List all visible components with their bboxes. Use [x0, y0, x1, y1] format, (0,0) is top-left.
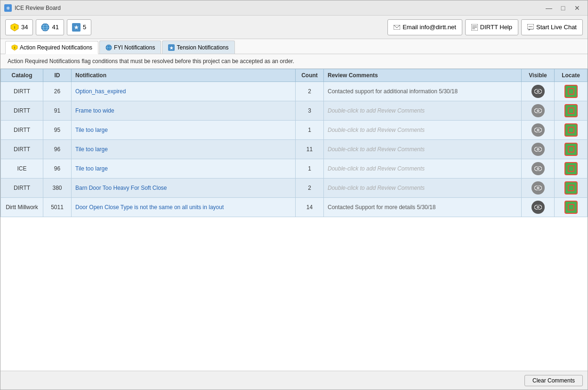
svg-point-30	[537, 91, 538, 92]
cell-comment[interactable]: Contacted support for additional informa…	[324, 82, 522, 101]
visibility-toggle[interactable]	[532, 162, 545, 175]
help-button[interactable]: DIRTT Help	[465, 19, 518, 35]
cell-notification[interactable]: Tile too large	[72, 121, 296, 140]
cell-visible[interactable]	[522, 140, 555, 159]
svg-point-20	[532, 26, 532, 27]
notification-link[interactable]: Tile too large	[75, 165, 108, 172]
content-area: Action Required Notifications flag condi…	[0, 54, 588, 371]
cell-notification[interactable]: Option_has_expired	[72, 82, 296, 101]
email-button[interactable]: Email info@dirtt.net	[387, 19, 462, 35]
cell-visible[interactable]	[522, 121, 555, 140]
review-comment-text: Contacted support for additional informa…	[328, 88, 458, 95]
cell-locate[interactable]	[555, 198, 588, 217]
table-header-row: Catalog ID Notification Count Review Com…	[1, 69, 588, 82]
close-button[interactable]: ✕	[571, 3, 584, 13]
action-required-badge-button[interactable]: ! 34	[5, 19, 33, 35]
cell-visible[interactable]	[522, 179, 555, 198]
eye-icon	[534, 205, 542, 210]
review-comment-placeholder: Double-click to add Review Comments	[328, 185, 425, 191]
cell-comment[interactable]: Contacted Support for more details 5/30/…	[324, 198, 522, 217]
eye-icon	[534, 166, 542, 171]
table-row: Dirtt Millwork5011Door Open Close Type i…	[1, 198, 588, 217]
cell-locate[interactable]	[555, 101, 588, 121]
cell-id: 95	[43, 121, 72, 140]
svg-text:❄: ❄	[6, 6, 10, 11]
notification-link[interactable]: Door Open Close Type is not the same on …	[75, 204, 224, 211]
cell-catalog: DIRTT	[1, 101, 43, 121]
maximize-button[interactable]: □	[556, 3, 570, 13]
svg-point-33	[537, 110, 538, 111]
cell-count: 2	[296, 179, 324, 198]
locate-button[interactable]	[564, 104, 578, 117]
notification-link[interactable]: Barn Door Too Heavy For Soft Close	[75, 185, 167, 191]
tab-action-required[interactable]: ! Action Required Notifications	[5, 41, 98, 54]
tension-badge-button[interactable]: ★ 5	[67, 19, 91, 35]
cell-locate[interactable]	[555, 140, 588, 159]
locate-button[interactable]	[564, 162, 578, 175]
cell-notification[interactable]: Frame too wide	[72, 101, 296, 121]
tab-fyi[interactable]: FYI Notifications	[99, 41, 161, 54]
locate-button[interactable]	[564, 181, 578, 195]
cell-locate[interactable]	[555, 82, 588, 101]
minimize-button[interactable]: —	[542, 3, 556, 13]
help-icon	[471, 24, 478, 31]
locate-inner	[568, 146, 574, 153]
visibility-toggle[interactable]	[532, 85, 545, 98]
notification-link[interactable]: Tile too large	[75, 146, 108, 153]
locate-button[interactable]	[564, 143, 578, 156]
title-bar: ❄ ICE Review Board — □ ✕	[0, 0, 588, 16]
chat-icon	[527, 24, 534, 31]
notification-link[interactable]: Frame too wide	[75, 107, 114, 114]
locate-inner	[568, 88, 574, 95]
locate-button[interactable]	[564, 123, 578, 137]
header-notification: Notification	[72, 69, 296, 82]
fyi-badge-button[interactable]: 41	[36, 19, 64, 35]
clear-comments-button[interactable]: Clear Comments	[524, 375, 583, 386]
cell-catalog: Dirtt Millwork	[1, 198, 43, 217]
cell-visible[interactable]	[522, 101, 555, 121]
cell-comment[interactable]: Double-click to add Review Comments	[324, 179, 522, 198]
cell-visible[interactable]	[522, 82, 555, 101]
notification-link[interactable]: Tile too large	[75, 127, 108, 133]
eye-icon	[534, 186, 542, 190]
notification-link[interactable]: Option_has_expired	[75, 88, 126, 95]
svg-point-45	[537, 187, 538, 188]
cell-locate[interactable]	[555, 121, 588, 140]
table-row: DIRTT380Barn Door Too Heavy For Soft Clo…	[1, 179, 588, 198]
table-container: Catalog ID Notification Count Review Com…	[0, 69, 588, 371]
locate-button[interactable]	[564, 85, 578, 98]
cell-comment[interactable]: Double-click to add Review Comments	[324, 140, 522, 159]
visibility-toggle[interactable]	[532, 143, 545, 156]
cell-id: 380	[43, 179, 72, 198]
visibility-toggle[interactable]	[532, 181, 545, 195]
cell-locate[interactable]	[555, 179, 588, 198]
tab-tension[interactable]: ★ Tension Notifications	[162, 41, 234, 54]
cell-notification[interactable]: Barn Door Too Heavy For Soft Close	[72, 179, 296, 198]
cell-notification[interactable]: Door Open Close Type is not the same on …	[72, 198, 296, 217]
visibility-toggle[interactable]	[532, 123, 545, 137]
header-locate: Locate	[555, 69, 588, 82]
tab-fyi-label: FYI Notifications	[114, 44, 155, 51]
visibility-toggle[interactable]	[532, 201, 545, 214]
cell-comment[interactable]: Double-click to add Review Comments	[324, 101, 522, 121]
cell-notification[interactable]: Tile too large	[72, 159, 296, 179]
cell-visible[interactable]	[522, 198, 555, 217]
main-window: ❄ ICE Review Board — □ ✕ ! 34	[0, 0, 588, 390]
header-id: ID	[43, 69, 72, 82]
cell-notification[interactable]: Tile too large	[72, 140, 296, 159]
table-row: ICE96Tile too large1Double-click to add …	[1, 159, 588, 179]
svg-point-18	[529, 26, 530, 27]
email-icon	[394, 25, 400, 30]
locate-inner	[568, 185, 574, 191]
svg-point-48	[537, 207, 538, 208]
svg-text:!: !	[14, 46, 15, 49]
cell-comment[interactable]: Double-click to add Review Comments	[324, 159, 522, 179]
cell-count: 2	[296, 82, 324, 101]
live-chat-button[interactable]: Start Live Chat	[521, 19, 583, 35]
locate-button[interactable]	[564, 201, 578, 214]
cell-comment[interactable]: Double-click to add Review Comments	[324, 121, 522, 140]
visibility-toggle[interactable]	[532, 104, 545, 117]
cell-visible[interactable]	[522, 159, 555, 179]
cell-locate[interactable]	[555, 159, 588, 179]
locate-inner	[568, 107, 574, 114]
